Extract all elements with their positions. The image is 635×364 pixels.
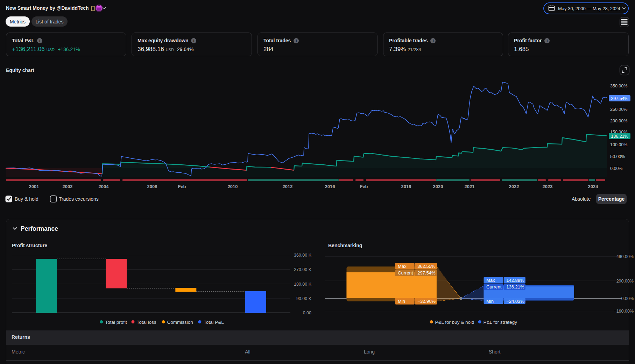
svg-text:50.00%: 50.00% (610, 154, 625, 159)
svg-text:250.00%: 250.00% (610, 107, 627, 112)
svg-text:Total P&L: Total P&L (204, 320, 224, 325)
svg-text:360.00 K: 360.00 K (294, 253, 312, 258)
svg-text:2021: 2021 (465, 184, 475, 189)
svg-text:2019: 2019 (401, 184, 411, 189)
svg-text:297.54%: 297.54% (611, 96, 628, 101)
svg-text:100.00%: 100.00% (610, 142, 627, 147)
svg-text:Max: Max (486, 278, 495, 283)
svg-text:−24.03%: −24.03% (506, 299, 524, 304)
svg-text:Current: Current (398, 270, 413, 276)
svg-text:Total profit: Total profit (105, 320, 127, 325)
svg-text:142.88%: 142.88% (506, 278, 524, 283)
svg-text:P&L for strategy: P&L for strategy (484, 320, 517, 325)
svg-text:90.00 K: 90.00 K (296, 296, 312, 301)
svg-text:2016: 2016 (325, 184, 335, 189)
svg-text:297.54%: 297.54% (417, 270, 436, 276)
svg-text:490.00%: 490.00% (616, 254, 634, 259)
svg-text:2002: 2002 (63, 184, 73, 189)
svg-text:2008: 2008 (147, 184, 157, 189)
svg-text:Total loss: Total loss (137, 320, 157, 325)
svg-text:200.00%: 200.00% (610, 119, 627, 123)
svg-text:Max: Max (398, 264, 407, 269)
svg-text:2012: 2012 (283, 184, 293, 189)
svg-text:180.00 K: 180.00 K (294, 282, 312, 287)
svg-text:Min: Min (486, 299, 494, 304)
svg-text:Min: Min (398, 299, 405, 304)
svg-text:0.00: 0.00 (303, 311, 311, 315)
svg-text:270.00 K: 270.00 K (294, 267, 312, 272)
svg-text:2001: 2001 (29, 184, 39, 189)
svg-text:2024: 2024 (588, 184, 599, 189)
svg-text:2010: 2010 (228, 184, 238, 189)
svg-text:350.00%: 350.00% (610, 84, 627, 88)
svg-text:Commission: Commission (167, 320, 193, 325)
svg-text:0.00%: 0.00% (621, 296, 634, 301)
svg-text:2020: 2020 (433, 184, 443, 189)
svg-text:362.55%: 362.55% (417, 264, 436, 269)
svg-text:2023: 2023 (543, 184, 553, 189)
svg-text:P&L for buy & hold: P&L for buy & hold (435, 320, 474, 325)
svg-text:−160.00%: −160.00% (614, 309, 634, 314)
svg-text:136.21%: 136.21% (611, 134, 628, 139)
svg-text:0.00%: 0.00% (610, 166, 622, 171)
svg-text:−32.90%: −32.90% (417, 299, 436, 304)
svg-text:Feb: Feb (360, 184, 368, 189)
svg-text:Current: Current (486, 284, 502, 290)
svg-text:Feb: Feb (178, 184, 186, 189)
svg-text:2022: 2022 (509, 184, 519, 189)
svg-text:200.00%: 200.00% (616, 279, 634, 284)
svg-text:136.21%: 136.21% (506, 284, 524, 290)
svg-text:2004: 2004 (99, 184, 109, 189)
